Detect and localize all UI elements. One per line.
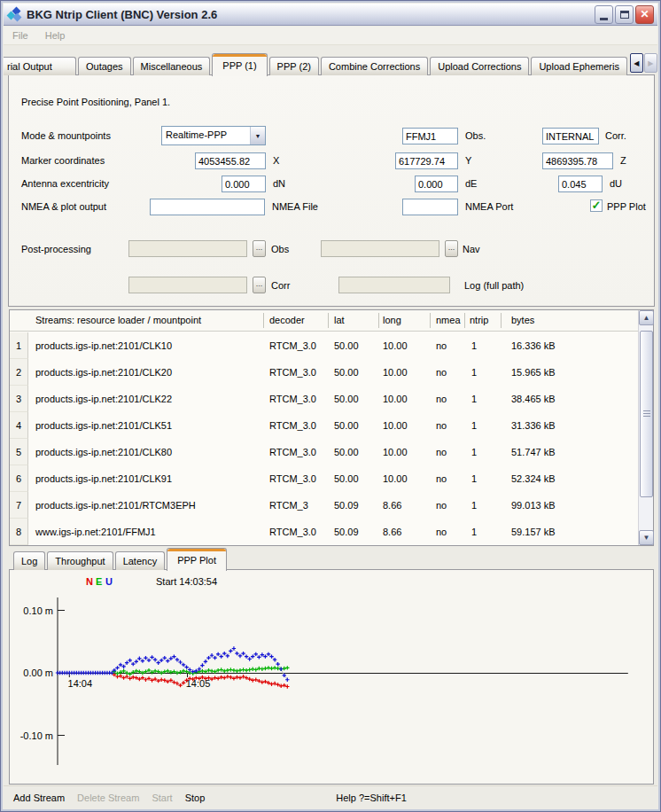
check-icon: ✓: [592, 199, 602, 212]
tab-ppp-2[interactable]: PPP (2): [269, 57, 319, 75]
tab-serial-output[interactable]: rial Output: [4, 57, 76, 75]
panel-heading: Precise Point Positioning, Panel 1.: [21, 97, 170, 107]
streams-table: Streams: resource loader / mountpoint de…: [9, 309, 654, 546]
chevron-down-icon: ▼: [250, 127, 265, 144]
tab-upload-corrections[interactable]: Upload Corrections: [430, 57, 529, 75]
table-row[interactable]: 6 products.igs-ip.net:2101/CLK91 RTCM_3.…: [10, 465, 638, 492]
stop-button[interactable]: Stop: [185, 792, 206, 803]
tab-miscellaneous[interactable]: Miscellaneous: [133, 57, 211, 75]
table-row[interactable]: 3 products.igs-ip.net:2101/CLK22 RTCM_3.…: [10, 386, 638, 412]
tab-ppp-plot[interactable]: PPP Plot: [167, 548, 227, 571]
ppp-plot-label: PPP Plot: [607, 201, 646, 212]
obs-label: Obs.: [465, 130, 486, 141]
bottom-tab-bar: Log Throughput Latency PPP Plot: [9, 548, 654, 570]
marker-z-field[interactable]: [542, 152, 613, 169]
row-number: 1: [10, 332, 28, 359]
scrollbar-up-button[interactable]: ▲: [639, 310, 654, 325]
mode-dropdown[interactable]: Realtime-PPP ▼: [161, 126, 266, 145]
table-row[interactable]: 8 www.igs-ip.net:2101/FFMJ1 RTCM_3.0 50.…: [10, 519, 638, 545]
menu-help[interactable]: Help: [45, 30, 66, 41]
corr-mountpoint-field[interactable]: [542, 128, 599, 144]
col-mountpoint: Streams: resource loader / mountpoint: [35, 315, 201, 325]
close-icon: ✕: [640, 9, 649, 20]
table-row[interactable]: 2 products.igs-ip.net:2101/CLK20 RTCM_3.…: [10, 359, 638, 386]
post-log-label: Log (full path): [464, 280, 524, 291]
row-number: 7: [10, 492, 28, 519]
chevron-right-icon: ▶: [648, 59, 653, 67]
post-log-field: [338, 277, 450, 293]
marker-x-field[interactable]: [195, 152, 266, 169]
status-bar: Add Stream Delete Stream Start Stop Help…: [4, 785, 657, 808]
scrollbar-down-button[interactable]: ▼: [639, 530, 654, 545]
scrollbar-thumb[interactable]: [640, 331, 653, 497]
window-title: BKG Ntrip Client (BNC) Version 2.6: [27, 8, 595, 21]
app-window: BKG Ntrip Client (BNC) Version 2.6 ✕ Fil…: [0, 0, 661, 812]
col-decoder: decoder: [269, 315, 305, 325]
antenna-de-field[interactable]: [415, 176, 458, 192]
antenna-du-field[interactable]: [558, 176, 603, 192]
close-button[interactable]: ✕: [635, 5, 654, 24]
post-corr-browse-button: ...: [253, 277, 266, 293]
table-row[interactable]: 7 products.igs-ip.net:2101/RTCM3EPH RTCM…: [10, 492, 638, 519]
col-ntrip: ntrip: [470, 315, 488, 325]
table-row[interactable]: 1 products.igs-ip.net:2101/CLK10 RTCM_3.…: [10, 332, 638, 359]
ppp-plot-panel: 0.10 m0.00 m-0.10 m14:0414:05NEUStart 14…: [9, 569, 654, 785]
row-number: 8: [10, 519, 28, 545]
app-icon: [7, 7, 23, 21]
arrow-down-icon: ▼: [643, 534, 650, 542]
tab-throughput[interactable]: Throughput: [47, 551, 113, 570]
maximize-button[interactable]: [615, 5, 634, 24]
marker-y-field[interactable]: [395, 152, 458, 169]
nmea-file-label: NMEA File: [272, 201, 318, 212]
corr-label: Corr.: [605, 130, 626, 141]
tab-outages[interactable]: Outages: [78, 57, 131, 75]
row-number: 5: [10, 439, 28, 465]
svg-text:N: N: [86, 576, 93, 587]
menu-file[interactable]: File: [12, 30, 28, 41]
x-label: X: [273, 155, 279, 166]
table-scrollbar[interactable]: ▲ ▼: [638, 310, 653, 545]
row-number: 3: [10, 386, 28, 412]
svg-text:0.00 m: 0.00 m: [23, 668, 53, 678]
row-number: 2: [10, 359, 28, 386]
post-nav-label: Nav: [463, 244, 480, 254]
post-corr-field: [128, 277, 247, 293]
tab-latency[interactable]: Latency: [115, 551, 166, 570]
tab-upload-ephemeris[interactable]: Upload Ephemeris: [531, 57, 627, 75]
ppp-plot-canvas: 0.10 m0.00 m-0.10 m14:0414:05NEUStart 14…: [10, 570, 653, 784]
nmea-file-field[interactable]: [150, 199, 265, 215]
minimize-icon: [600, 18, 608, 20]
scrollbar-grip-icon: [643, 410, 650, 418]
antenna-dn-field[interactable]: [222, 176, 266, 192]
tab-scroll-right-button: ▶: [644, 53, 657, 73]
menu-bar: File Help: [4, 27, 657, 45]
col-bytes: bytes: [511, 315, 534, 325]
tab-log[interactable]: Log: [13, 551, 45, 570]
obs-mountpoint-field[interactable]: [402, 128, 458, 144]
nmea-port-label: NMEA Port: [465, 201, 513, 212]
col-long: long: [383, 315, 401, 325]
minimize-button[interactable]: [595, 5, 613, 24]
ppp-plot-checkbox[interactable]: ✓: [590, 199, 603, 212]
tab-ppp-1[interactable]: PPP (1): [212, 53, 267, 76]
maximize-icon: [620, 11, 629, 19]
y-label: Y: [465, 155, 471, 166]
tab-scroll-left-button[interactable]: ◀: [630, 53, 643, 73]
chevron-left-icon: ◀: [634, 59, 639, 67]
row-number: 6: [10, 465, 28, 492]
col-lat: lat: [334, 315, 345, 325]
svg-text:E: E: [96, 576, 102, 587]
dn-label: dN: [273, 178, 285, 189]
nmea-port-field[interactable]: [402, 199, 458, 215]
add-stream-button[interactable]: Add Stream: [13, 792, 65, 803]
post-processing-label: Post-processing: [21, 244, 91, 254]
top-tab-bar: rial Output Outages Miscellaneous PPP (1…: [4, 51, 657, 75]
de-label: dE: [465, 178, 477, 189]
table-row[interactable]: 5 products.igs-ip.net:2101/CLK80 RTCM_3.…: [10, 439, 638, 465]
table-row[interactable]: 4 products.igs-ip.net:2101/CLK51 RTCM_3.…: [10, 412, 638, 439]
svg-text:0.10 m: 0.10 m: [23, 605, 53, 616]
post-obs-browse-button: ...: [253, 240, 266, 257]
antenna-label: Antenna excentricity: [21, 178, 109, 189]
post-obs-label: Obs: [271, 244, 289, 254]
tab-combine-corrections[interactable]: Combine Corrections: [321, 57, 428, 75]
